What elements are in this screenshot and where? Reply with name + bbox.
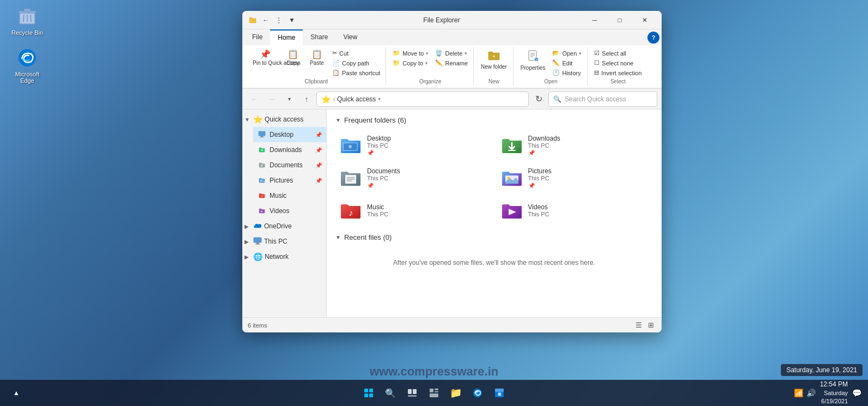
music-sidebar-icon: ♪ — [258, 191, 266, 200]
sidebar-item-music[interactable]: ♪ Music — [253, 188, 326, 203]
back-titlebar-btn[interactable]: ← — [260, 14, 272, 26]
back-button[interactable]: ← — [247, 92, 262, 107]
file-explorer-taskbar-button[interactable]: 📁 — [446, 383, 466, 403]
search-taskbar-button[interactable]: 🔍 — [381, 383, 400, 403]
copy-button[interactable]: 📋 Copy — [282, 49, 304, 68]
select-all-button[interactable]: ☑ Select all — [592, 49, 644, 58]
new-folder-button[interactable]: + New folder — [478, 49, 510, 72]
properties-titlebar-btn[interactable]: ⋮ — [273, 14, 285, 26]
desktop-folder-pin: 📌 — [367, 150, 391, 156]
recent-locations-button[interactable]: ▾ — [282, 92, 297, 107]
new-folder-icon: + — [487, 50, 500, 63]
tab-file[interactable]: File — [244, 30, 270, 45]
downloads-folder-info: Downloads This PC 📌 — [528, 135, 560, 156]
search-box[interactable]: 🔍 Search Quick access — [548, 92, 657, 107]
folder-item-music[interactable]: ♪ Music This PC — [335, 196, 492, 225]
svg-point-27 — [349, 145, 352, 148]
tab-view[interactable]: View — [335, 30, 365, 45]
recycle-bin-icon[interactable]: Recycle Bin — [8, 5, 46, 36]
select-none-button[interactable]: ☐ Select none — [592, 58, 644, 68]
paste-button[interactable]: 📋 Paste — [306, 49, 328, 68]
new-buttons: + New folder — [478, 49, 510, 77]
folder-item-downloads[interactable]: Downloads This PC 📌 — [497, 131, 653, 159]
open-button[interactable]: 📂 Open ▾ — [550, 49, 584, 58]
frequent-folders-header[interactable]: ▼ Frequent folders (6) — [335, 116, 653, 124]
notification-icon[interactable]: 💬 — [852, 389, 861, 397]
task-view-button[interactable] — [402, 383, 422, 403]
minimize-button[interactable]: ─ — [582, 11, 607, 29]
date-tooltip: Saturday, June 19, 2021 — [781, 364, 863, 376]
copy-to-button[interactable]: 📁 Copy to ▾ — [390, 58, 431, 68]
recent-files-header[interactable]: ▼ Recent files (0) — [335, 233, 653, 241]
widgets-button[interactable] — [424, 383, 444, 403]
sidebar-item-downloads[interactable]: Downloads 📌 — [253, 142, 326, 157]
select-stack: ☑ Select all ☐ Select none ⊟ Invert sele… — [592, 49, 644, 77]
start-button[interactable] — [359, 383, 378, 403]
svg-rect-44 — [430, 389, 433, 392]
copy-to-label: Copy to — [402, 60, 423, 66]
close-button[interactable]: ✕ — [632, 11, 657, 29]
documents-sidebar-icon — [258, 161, 266, 169]
network-label: Network — [265, 253, 289, 260]
sidebar-item-network[interactable]: ▶ 🌐 Network — [242, 249, 326, 264]
tab-home[interactable]: Home — [270, 29, 303, 46]
copy-path-button[interactable]: 📄 Copy path — [330, 58, 382, 68]
invert-selection-button[interactable]: ⊟ Invert selection — [592, 68, 644, 77]
move-to-button[interactable]: 📁 Move to ▾ — [390, 49, 431, 58]
history-button[interactable]: 🕐 History — [550, 68, 584, 77]
pictures-folder-sub: This PC — [528, 175, 552, 181]
tab-share[interactable]: Share — [303, 30, 335, 45]
folder-item-videos[interactable]: Videos This PC — [497, 196, 653, 225]
music-folder-info: Music This PC — [367, 203, 388, 217]
sidebar-item-desktop[interactable]: Desktop 📌 — [253, 127, 326, 142]
sidebar-item-documents[interactable]: Documents 📌 — [253, 157, 326, 173]
edge-label: Microsoft Edge — [8, 71, 46, 84]
videos-folder-info: Videos This PC — [528, 203, 549, 217]
up-button[interactable]: ↑ — [299, 92, 314, 107]
sidebar-item-quick-access[interactable]: ▼ ⭐ Quick access — [242, 112, 326, 127]
refresh-button[interactable]: ↻ — [531, 92, 546, 107]
sidebar-item-onedrive[interactable]: ▶ OneDrive — [242, 219, 326, 234]
taskbar-clock[interactable]: 12:54 PM Saturday 6/19/2021 — [820, 380, 848, 406]
taskbar: ▲ 🔍 — [0, 380, 868, 406]
explorer-window: ← ⋮ ▼ File Explorer ─ □ ✕ File Home Shar… — [242, 11, 662, 332]
address-path[interactable]: ⭐ › Quick access ▾ — [316, 92, 529, 107]
svg-line-5 — [30, 15, 31, 22]
organize-group: 📁 Move to ▾ 📁 Copy to ▾ — [387, 47, 474, 86]
help-button[interactable]: ? — [647, 32, 659, 44]
folder-item-documents[interactable]: Documents This PC 📌 — [335, 163, 492, 192]
store-taskbar-button[interactable]: ⊞ — [490, 383, 509, 403]
copy-path-icon: 📄 — [332, 59, 340, 66]
pin-button[interactable]: 📌 Pin to Quick access — [250, 49, 280, 68]
select-none-label: Select none — [602, 60, 633, 66]
customize-btn[interactable]: ▼ — [286, 14, 298, 26]
folder-item-desktop[interactable]: Desktop This PC 📌 — [335, 131, 492, 159]
properties-icon: ✓ — [528, 50, 539, 64]
paste-shortcut-button[interactable]: 📋 Paste shortcut — [330, 68, 382, 77]
network-tray-icon[interactable]: 📶 — [794, 389, 803, 397]
edit-button[interactable]: ✏️ Edit — [550, 58, 584, 68]
copy-path-label: Copy path — [342, 60, 369, 66]
edge-taskbar-button[interactable] — [468, 383, 487, 403]
cut-button[interactable]: ✂ Cut — [330, 49, 382, 58]
organize-buttons: 📁 Move to ▾ 📁 Copy to ▾ — [390, 49, 470, 77]
sidebar-item-pictures[interactable]: Pictures 📌 — [253, 173, 326, 188]
documents-folder-name: Documents — [367, 167, 400, 175]
documents-folder-info: Documents This PC 📌 — [367, 167, 400, 189]
svg-rect-24 — [255, 244, 260, 245]
rename-button[interactable]: ✏️ Rename — [433, 58, 470, 68]
sidebar-item-videos[interactable]: Videos — [253, 203, 326, 219]
delete-button[interactable]: 🗑️ Delete ▾ — [433, 49, 470, 58]
properties-button[interactable]: ✓ Properties — [518, 49, 548, 73]
details-view-button[interactable]: ☰ — [633, 320, 644, 331]
maximize-button[interactable]: □ — [607, 11, 632, 29]
system-tray-arrow[interactable]: ▲ — [7, 383, 26, 403]
svg-rect-41 — [408, 389, 412, 394]
sidebar-item-this-pc[interactable]: ▶ This PC — [242, 234, 326, 249]
tiles-view-button[interactable]: ⊞ — [645, 320, 656, 331]
edge-icon[interactable]: Microsoft Edge — [8, 47, 46, 84]
forward-button[interactable]: → — [264, 92, 279, 107]
folder-item-pictures[interactable]: Pictures This PC 📌 — [497, 163, 653, 192]
onedrive-cloud-icon — [253, 222, 262, 231]
volume-tray-icon[interactable]: 🔊 — [806, 389, 816, 397]
